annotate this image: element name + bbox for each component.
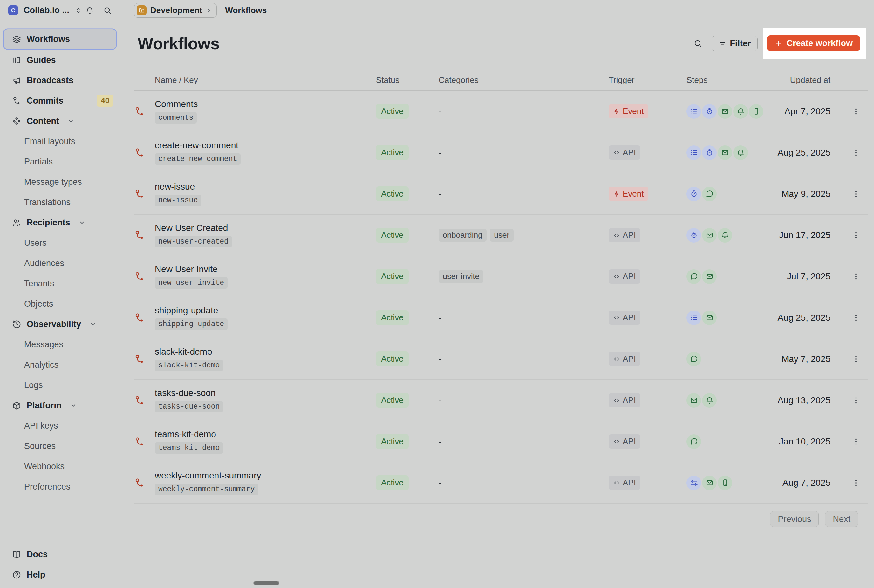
trigger-badge-api: API [609, 476, 641, 490]
sidebar-item-content[interactable]: Content [0, 111, 120, 131]
updated-at: Aug 25, 2025 [770, 313, 830, 323]
content-icon [12, 117, 21, 126]
workflow-key: slack-kit-demo [155, 360, 223, 371]
status-badge: Active [376, 475, 409, 490]
code-icon [613, 273, 620, 280]
sidebar-item-email-layouts[interactable]: Email layouts [15, 131, 120, 152]
org-switcher[interactable]: C Collab.io ... [0, 0, 120, 21]
row-menu-button[interactable] [850, 476, 861, 490]
chevron-down-icon [68, 117, 74, 124]
sidebar-item-webhooks[interactable]: Webhooks [15, 456, 120, 477]
code-icon [613, 149, 620, 156]
trigger-badge-api: API [609, 269, 641, 284]
sidebar-item-help[interactable]: Help [0, 564, 120, 585]
sidebar-item-message-types[interactable]: Message types [15, 172, 120, 192]
sidebar-item-commits[interactable]: Commits40 [0, 90, 120, 111]
sidebar-item-partials[interactable]: Partials [15, 152, 120, 172]
environment-switcher[interactable]: Development [134, 3, 217, 18]
commit-icon [134, 189, 145, 200]
status-badge: Active [376, 186, 409, 201]
workflow-name: tasks-due-soon [155, 388, 215, 398]
updated-at: Apr 7, 2025 [770, 106, 830, 117]
sidebar-item-sources[interactable]: Sources [15, 436, 120, 456]
sidebar-search-icon[interactable] [103, 6, 111, 15]
sidebar-item-label: Help [27, 570, 45, 580]
trigger-label: API [623, 478, 636, 488]
sidebar-item-audiences[interactable]: Audiences [15, 253, 120, 273]
search-button[interactable] [690, 36, 705, 51]
sidebar-item-label: Recipients [27, 218, 70, 228]
next-page-button[interactable]: Next [825, 511, 858, 527]
row-menu-button[interactable] [850, 393, 861, 407]
categories-empty: - [439, 148, 441, 158]
trigger-badge-event: Event [609, 187, 648, 201]
sidebar-item-broadcasts[interactable]: Broadcasts [0, 70, 120, 90]
workflow-row-slack-kit-demo[interactable]: slack-kit-demoslack-kit-demoActive-APIMa… [134, 339, 868, 380]
org-switcher-chevrons-icon[interactable] [74, 7, 82, 14]
sidebar-item-label: Guides [27, 55, 56, 65]
workflow-row-shipping-update[interactable]: shipping-updateshipping-updateActive-API… [134, 297, 868, 339]
workflow-row-teams-kit-demo[interactable]: teams-kit-demoteams-kit-demoActive-APIJa… [134, 421, 868, 462]
sidebar-item-objects[interactable]: Objects [15, 294, 120, 314]
sidebar-item-observability[interactable]: Observability [0, 314, 120, 334]
workflow-name: weekly-comment-summary [155, 471, 261, 481]
table-header: Name / KeyStatusCategoriesTriggerStepsUp… [134, 70, 868, 91]
workflow-row-weekly-comment-summary[interactable]: weekly-comment-summaryweekly-comment-sum… [134, 462, 868, 504]
filter-button-label: Filter [730, 39, 751, 49]
workflow-row-tasks-due-soon[interactable]: tasks-due-soontasks-due-soonActive-APIAu… [134, 380, 868, 421]
kebab-icon [852, 436, 860, 447]
step-chip-chat [686, 269, 701, 284]
search-icon [693, 39, 703, 48]
help-icon [12, 570, 21, 579]
create-workflow-button[interactable]: Create workflow [767, 35, 860, 51]
sidebar-item-analytics[interactable]: Analytics [15, 355, 120, 375]
previous-page-button[interactable]: Previous [770, 511, 819, 527]
workflow-row-new-user-invite[interactable]: New User Invitenew-user-inviteActiveuser… [134, 256, 868, 297]
filter-button[interactable]: Filter [712, 36, 758, 51]
sidebar-item-platform[interactable]: Platform [0, 395, 120, 416]
workflow-row-comments[interactable]: CommentscommentsActive-EventApr 7, 2025 [134, 91, 868, 132]
row-menu-button[interactable] [850, 352, 861, 366]
org-logo-letter: C [11, 7, 15, 14]
trigger-label: API [623, 395, 636, 405]
trigger-label: API [623, 436, 636, 446]
workflow-key: new-user-created [155, 236, 232, 248]
sidebar-item-guides[interactable]: Guides [0, 50, 120, 70]
row-menu-button[interactable] [850, 270, 861, 284]
sidebar-item-tenants[interactable]: Tenants [15, 273, 120, 294]
chat-icon [690, 438, 698, 446]
row-menu-button[interactable] [850, 311, 861, 325]
sidebar-item-logs[interactable]: Logs [15, 375, 120, 395]
step-chip-phone [718, 476, 732, 490]
column-header-status: Status [376, 75, 439, 85]
code-icon [613, 314, 620, 321]
sidebar-item-messages[interactable]: Messages [15, 334, 120, 355]
sidebar-item-docs[interactable]: Docs [0, 544, 120, 564]
sidebar-item-recipients[interactable]: Recipients [0, 212, 120, 233]
sidebar-item-preferences[interactable]: Preferences [15, 477, 120, 497]
column-header-steps: Steps [686, 75, 770, 85]
email-icon [721, 107, 729, 115]
sidebar-item-api-keys[interactable]: API keys [15, 416, 120, 436]
kebab-icon [852, 147, 860, 158]
updated-at: Jul 7, 2025 [770, 272, 830, 282]
row-menu-button[interactable] [850, 187, 861, 201]
row-menu-button[interactable] [850, 435, 861, 448]
chat-icon [706, 190, 713, 198]
trigger-badge-api: API [609, 352, 641, 366]
sidebar-item-workflows[interactable]: Workflows [4, 29, 116, 49]
row-menu-button[interactable] [850, 228, 861, 242]
updated-at: Aug 25, 2025 [770, 148, 830, 158]
notifications-bell-icon[interactable] [86, 6, 94, 15]
workflow-row-create-new-comment[interactable]: create-new-commentcreate-new-commentActi… [134, 132, 868, 173]
workflow-row-new-user-created[interactable]: New User Creatednew-user-createdActiveon… [134, 214, 868, 256]
sidebar-item-translations[interactable]: Translations [15, 192, 120, 212]
workflow-row-new-issue[interactable]: new-issuenew-issueActive-EventMay 9, 202… [134, 173, 868, 214]
sidebar-group-recipients: UsersAudiencesTenantsObjects [15, 233, 120, 314]
horizontal-scrollbar-thumb[interactable] [253, 581, 279, 585]
column-header-trigger: Trigger [609, 75, 686, 85]
category-badge-user-invite: user-invite [439, 270, 483, 283]
sidebar-item-users[interactable]: Users [15, 233, 120, 253]
row-menu-button[interactable] [850, 105, 861, 118]
row-menu-button[interactable] [850, 146, 861, 160]
